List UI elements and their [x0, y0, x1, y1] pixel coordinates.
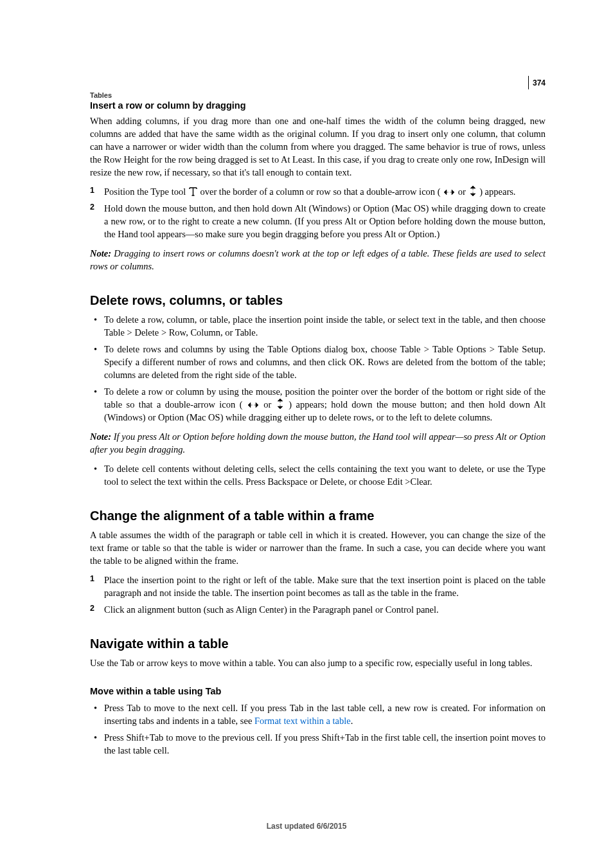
type-tool-icon — [189, 186, 197, 196]
note-label: Note: — [90, 431, 114, 442]
step-text: over the border of a column or row so th… — [200, 186, 443, 197]
step-text: Place the insertion point to the right o… — [104, 575, 546, 598]
note: Note: If you press Alt or Option before … — [90, 430, 546, 456]
step-number: 2 — [90, 202, 94, 213]
step-number: 1 — [90, 574, 94, 584]
heading-delete-rows: Delete rows, columns, or tables — [90, 293, 546, 308]
vertical-double-arrow-icon — [276, 399, 284, 409]
step-item: 2 Click an alignment button (such as Ali… — [90, 603, 546, 616]
page-number-container: 374 — [528, 76, 546, 89]
step-item: 1 Place the insertion point to the right… — [90, 574, 546, 599]
footer-updated: Last updated 6/6/2015 — [0, 822, 613, 831]
heading-insert-row-column: Insert a row or column by dragging — [90, 100, 546, 111]
step-text: Click an alignment button (such as Align… — [104, 604, 439, 615]
list-item: To delete cell contents without deleting… — [90, 462, 546, 488]
heading-move-using-tab: Move within a table using Tab — [90, 686, 546, 696]
note: Note: Dragging to insert rows or columns… — [90, 247, 546, 273]
list-item: To delete a row, column, or table, place… — [90, 313, 546, 339]
step-number: 2 — [90, 603, 94, 614]
step-text: Hold down the mouse button, and then hol… — [104, 203, 546, 239]
paragraph: When adding columns, if you drag more th… — [90, 114, 546, 179]
horizontal-double-arrow-icon — [443, 188, 455, 196]
step-text: Position the Type tool — [104, 186, 188, 197]
step-text: or — [458, 186, 468, 197]
list-item: To delete a row or column by using the m… — [90, 385, 546, 424]
list-item: To delete rows and columns by using the … — [90, 343, 546, 381]
page: Tables 374 Insert a row or column by dra… — [0, 0, 613, 868]
step-text: ) appears. — [479, 186, 515, 197]
paragraph: Use the Tab or arrow keys to move within… — [90, 656, 546, 669]
page-number: 374 — [533, 78, 546, 87]
heading-navigate-table: Navigate within a table — [90, 637, 546, 651]
heading-change-alignment: Change the alignment of a table within a… — [90, 509, 546, 523]
vertical-double-arrow-icon — [469, 186, 477, 196]
list-item: Press Tab to move to the next cell. If y… — [90, 701, 546, 727]
link-format-text[interactable]: Format text within a table — [254, 716, 351, 726]
step-number: 1 — [90, 185, 94, 196]
note-text: If you press Alt or Option before holdin… — [90, 431, 546, 455]
breadcrumb: Tables — [90, 91, 112, 99]
list-item: Press Shift+Tab to move to the previous … — [90, 731, 546, 757]
horizontal-double-arrow-icon — [247, 401, 259, 409]
list-text: or — [263, 399, 275, 410]
step-item: 2 Hold down the mouse button, and then h… — [90, 202, 546, 240]
step-item: 1 Position the Type tool over the border… — [90, 185, 546, 198]
list-text: . — [351, 716, 353, 726]
note-text: Dragging to insert rows or columns doesn… — [90, 248, 546, 271]
note-label: Note: — [90, 248, 114, 258]
paragraph: A table assumes the width of the paragra… — [90, 529, 546, 567]
